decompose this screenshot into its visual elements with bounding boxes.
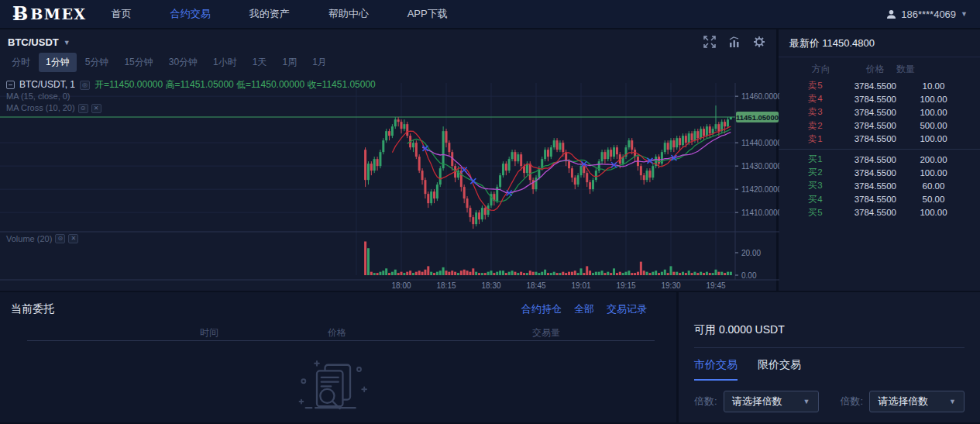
available-balance: 可用 0.0000 USDT — [694, 323, 965, 348]
timeframe-button[interactable]: 5分钟 — [78, 53, 116, 72]
orders-links: 合约持仓全部交易记录 — [521, 302, 665, 316]
indicators-icon[interactable] — [728, 36, 741, 48]
chevron-down-icon[interactable]: ▼ — [64, 39, 70, 47]
book-divider — [779, 149, 980, 150]
bid-row[interactable]: 买2 3784.5500 100.00 — [779, 166, 980, 179]
bid-row[interactable]: 买5 3784.5500 100.00 — [779, 206, 980, 219]
order-book-column: 价格 — [854, 63, 896, 76]
fullscreen-icon[interactable] — [703, 36, 716, 48]
bid-qty: 200.00 — [896, 155, 971, 164]
svg-text:11460.00000: 11460.00000 — [741, 92, 779, 101]
user-phone: 186****4069 — [901, 9, 956, 20]
order-book-column: 方向 — [788, 63, 854, 76]
svg-text:19:01: 19:01 — [571, 281, 590, 290]
bid-qty: 100.00 — [896, 168, 971, 178]
bid-price: 3784.5500 — [854, 195, 896, 204]
indicator-settings-icon[interactable]: ⊙ — [55, 234, 65, 243]
empty-state-icon — [297, 360, 371, 422]
svg-text:20.00: 20.00 — [741, 249, 761, 257]
snapshot-icon[interactable]: ◎ — [80, 81, 90, 90]
indicator-close-icon[interactable]: ✕ — [68, 234, 78, 243]
bid-level: 买4 — [788, 194, 854, 205]
orders-filter-link[interactable]: 交易记录 — [607, 302, 647, 316]
leverage-select[interactable]: 请选择倍数 ▼ — [869, 391, 965, 412]
trade-tab[interactable]: 限价交易 — [758, 358, 801, 381]
order-book-column: 数量 — [896, 63, 971, 76]
orders-filter-link[interactable]: 全部 — [574, 302, 594, 316]
bid-level: 买3 — [788, 180, 854, 191]
bid-row[interactable]: 买3 3784.5500 60.00 — [779, 179, 980, 192]
timeframe-button[interactable]: 1周 — [275, 53, 304, 72]
svg-text:11410.00000: 11410.00000 — [741, 209, 779, 217]
bid-level: 买5 — [788, 207, 854, 219]
svg-text:18:30: 18:30 — [481, 281, 500, 290]
ask-level: 卖5 — [788, 80, 854, 91]
available-value: 0.0000 USDT — [719, 323, 785, 336]
timeframe-button[interactable]: 1天 — [246, 53, 274, 72]
orders-col-time: 时间 — [200, 326, 218, 340]
svg-text:19:15: 19:15 — [616, 281, 635, 290]
orders-title: 当前委托 — [11, 302, 54, 316]
ask-row[interactable]: 卖4 3784.5500 100.00 — [779, 92, 980, 105]
logo-text: BMEX — [30, 5, 86, 22]
nav-item[interactable]: 我的资产 — [249, 7, 290, 21]
timeframe-button[interactable]: 15分钟 — [117, 53, 160, 72]
svg-text:18:45: 18:45 — [526, 281, 545, 290]
bid-price: 3784.5500 — [854, 155, 896, 164]
ask-price: 3784.5500 — [854, 95, 896, 104]
bid-qty: 60.00 — [896, 181, 971, 191]
settings-gear-icon[interactable] — [753, 36, 765, 48]
asks-list: 卖5 3784.5500 10.00 卖4 3784.5500 100.00 卖… — [779, 79, 980, 146]
nav-item[interactable]: 首页 — [112, 7, 132, 21]
nav-item[interactable]: 帮助中心 — [328, 7, 369, 21]
indicator-close-icon[interactable]: ✕ — [91, 104, 101, 113]
timeframe-button[interactable]: 30分钟 — [162, 53, 205, 72]
logo-icon: Ƀ — [12, 5, 28, 23]
timeframe-button[interactable]: 1小时 — [206, 53, 244, 72]
svg-text:18:15: 18:15 — [436, 281, 456, 290]
candlestick-chart[interactable]: 11460.0000011440.0000011430.0000011420.0… — [0, 77, 779, 292]
bid-level: 买1 — [788, 153, 854, 165]
bid-row[interactable]: 买1 3784.5500 200.00 — [779, 153, 980, 166]
ask-row[interactable]: 卖1 3784.5500 100.00 — [779, 133, 980, 146]
last-price-value: 11450.4800 — [822, 37, 875, 49]
svg-text:11430.00000: 11430.00000 — [741, 162, 779, 171]
leverage-label: 倍数: — [694, 395, 717, 408]
orders-header-divider — [27, 340, 655, 341]
svg-text:11420.00000: 11420.00000 — [741, 185, 779, 194]
leverage-select[interactable]: 请选择倍数 ▼ — [724, 391, 819, 412]
ask-qty: 100.00 — [896, 134, 971, 143]
ask-row[interactable]: 卖2 3784.5500 500.00 — [779, 119, 980, 133]
timeframe-button[interactable]: 分时 — [5, 53, 37, 72]
ask-price: 3784.5500 — [854, 108, 896, 117]
timeframe-button[interactable]: 1月 — [305, 53, 334, 72]
bid-price: 3784.5500 — [854, 168, 896, 178]
orders-filter-link[interactable]: 合约持仓 — [521, 302, 562, 316]
timeframe-button[interactable]: 1分钟 — [39, 53, 77, 72]
symbol-selector[interactable]: BTC/USDT — [8, 36, 59, 48]
ask-level: 卖1 — [788, 133, 854, 145]
trade-tab[interactable]: 市价交易 — [694, 358, 738, 381]
ask-qty: 100.00 — [896, 108, 971, 117]
logo[interactable]: Ƀ BMEX — [12, 5, 87, 23]
ask-row[interactable]: 卖5 3784.5500 10.00 — [779, 79, 980, 92]
svg-text:11451.05000: 11451.05000 — [736, 113, 779, 122]
volume-legend: Volume (20) ⊙ ✕ — [6, 234, 78, 243]
bid-qty: 100.00 — [896, 208, 971, 217]
bid-price: 3784.5500 — [854, 181, 896, 191]
indicator-settings-icon[interactable]: ⊙ — [78, 104, 88, 113]
svg-text:19:30: 19:30 — [661, 281, 680, 290]
orders-col-price: 价格 — [328, 326, 346, 340]
leverage-label: 倍数: — [841, 395, 864, 408]
ask-level: 卖4 — [788, 93, 854, 105]
ask-price: 3784.5500 — [854, 121, 896, 130]
bid-row[interactable]: 买4 3784.5500 50.00 — [779, 193, 980, 206]
bid-qty: 50.00 — [896, 195, 971, 204]
nav-item[interactable]: 合约交易 — [170, 7, 211, 21]
user-menu[interactable]: 186****4069 ▼ — [886, 9, 968, 20]
last-price-label: 最新价 — [789, 37, 820, 49]
svg-text:11440.00000: 11440.00000 — [741, 139, 779, 147]
nav-item[interactable]: APP下载 — [407, 7, 448, 21]
ask-row[interactable]: 卖3 3784.5500 100.00 — [779, 105, 980, 119]
leverage-select-value: 请选择倍数 — [878, 395, 928, 408]
